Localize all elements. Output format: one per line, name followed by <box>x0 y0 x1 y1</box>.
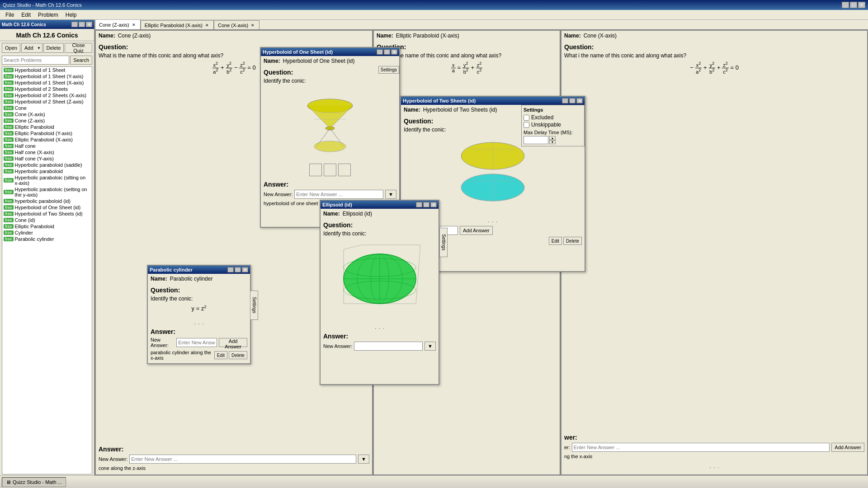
parabolic-add-btn[interactable]: Add Answer <box>219 338 247 347</box>
problem-list-item[interactable]: freeElliptic Paraboloid (X-axis) <box>2 136 92 143</box>
problem-list-item[interactable]: freeElliptic Paraboloid <box>2 223 92 230</box>
menu-help[interactable]: Help <box>62 11 80 19</box>
maximize-btn[interactable]: □ <box>850 2 857 8</box>
menu-problem[interactable]: Problem <box>34 11 62 19</box>
problem-label: Cone (id) <box>15 217 35 223</box>
parabolic-edit-btn[interactable]: Edit <box>214 351 227 359</box>
add-dropdown-btn[interactable]: ▼ <box>36 43 42 53</box>
close-btn[interactable]: ✕ <box>858 2 865 8</box>
excluded-checkbox[interactable] <box>524 115 529 121</box>
hyperboloid-two-btns: _ □ ✕ <box>562 98 583 103</box>
cone-z-new-answer-input[interactable] <box>129 455 356 464</box>
problem-list-item[interactable]: freeHalf cone (X-axis) <box>2 149 92 155</box>
search-button[interactable]: Search <box>70 56 92 65</box>
icon-3[interactable] <box>338 164 351 176</box>
minimize-btn[interactable]: _ <box>842 2 849 8</box>
parabolic-delete-btn[interactable]: Delete <box>229 351 247 359</box>
panel-maximize-btn[interactable]: □ <box>79 22 85 27</box>
delete-button[interactable]: Delete <box>43 43 64 53</box>
hyperboloid-two-close[interactable]: ✕ <box>576 98 583 103</box>
problem-list-item[interactable]: freeHyperboloid of 1 Sheet (X-axis) <box>2 80 92 86</box>
problem-list-item[interactable]: freeCone (X-axis) <box>2 111 92 117</box>
tab-elliptic-paraboloid-x[interactable]: Elliptic Paraboloid (X-axis) ✕ <box>141 20 214 29</box>
problem-list-item[interactable]: freeHyperbolic paraboloic (setting on th… <box>2 186 92 198</box>
tab-close-cone-x[interactable]: ✕ <box>250 23 255 28</box>
ellipsoid-minimize[interactable]: _ <box>416 202 422 207</box>
hyperboloid-one-minimize[interactable]: _ <box>377 49 383 55</box>
panel-titlebar-label: Math Ch 12.6 Conics <box>2 22 46 27</box>
close-quiz-button[interactable]: Close Quiz <box>65 43 92 53</box>
free-badge: free <box>4 93 14 98</box>
parabolic-settings-tab[interactable]: Settings <box>250 291 258 320</box>
hyperboloid-one-settings-tab[interactable]: Settings <box>378 66 399 74</box>
free-badge: free <box>4 87 14 91</box>
problem-list-item[interactable]: freeHyperboloid of 1 Sheet <box>2 67 92 73</box>
problem-list-item[interactable]: freeCylinder <box>2 230 92 236</box>
hyperboloid-one-close[interactable]: ✕ <box>391 49 397 55</box>
cone-z-add-answer-btn[interactable]: ▼ <box>358 455 369 464</box>
search-row: Search <box>0 55 94 66</box>
tab-close-cone-z[interactable]: ✕ <box>131 23 137 27</box>
problem-list-item[interactable]: freeHyperboloid of 2 Sheets <box>2 86 92 92</box>
parabolic-new-answer-input[interactable] <box>176 338 217 347</box>
problem-list-item[interactable]: freehyperbolic paraboloid (id) <box>2 198 92 204</box>
problem-list-item[interactable]: freeHyperboloid of One Sheet (id) <box>2 204 92 211</box>
hyperboloid-two-add-btn[interactable]: Add Answer <box>460 226 493 235</box>
problem-list-item[interactable]: freeHalf cone (Y-axis) <box>2 155 92 162</box>
problem-list-item[interactable]: freeHalf cone <box>2 143 92 149</box>
unskippable-checkbox[interactable] <box>524 122 529 128</box>
add-button[interactable]: Add <box>21 43 36 53</box>
ellipsoid-settings-tab[interactable]: Settings <box>439 228 448 257</box>
problem-label: Hyperbolic paraboloic (setting on the y-… <box>15 187 90 197</box>
hyperboloid-one-add-btn[interactable]: ▼ <box>385 190 396 199</box>
problem-list-item[interactable]: freeHyperboloid of 2 Sheet (Z-axis) <box>2 99 92 105</box>
icon-1[interactable] <box>309 164 322 176</box>
hyperboloid-two-maximize[interactable]: □ <box>569 98 576 103</box>
panel-minimize-btn[interactable]: _ <box>71 22 78 27</box>
parabolic-maximize[interactable]: □ <box>235 267 241 272</box>
quiz-panel-title: Math Ch 12.6 Conics <box>0 29 94 41</box>
problem-list-item[interactable]: freeHyperboloid of 1 Sheet (Y-axis) <box>2 73 92 80</box>
problem-list-item[interactable]: freeHyperbolic paraboloic (sitting on x-… <box>2 174 92 186</box>
problem-list-item[interactable]: freeElliptic Paraboloid (Y-axis) <box>2 130 92 136</box>
ellipsoid-maximize[interactable]: □ <box>423 202 429 207</box>
cone-x-new-answer-input[interactable] <box>572 443 830 452</box>
ellipsoid-name-row: Name: Ellipsoid (id) <box>321 209 439 219</box>
panel-close-btn[interactable]: ✕ <box>86 22 92 27</box>
menu-edit[interactable]: Edit <box>18 11 34 19</box>
cone-x-add-answer-btn[interactable]: Add Answer <box>831 443 864 452</box>
open-button[interactable]: Open <box>2 43 20 53</box>
tab-close-elliptic-x[interactable]: ✕ <box>204 23 210 28</box>
title-bar: Quizz Studio - Math Ch 12.6 Conics _ □ ✕ <box>0 0 868 10</box>
hyperboloid-two-edit-btn[interactable]: Edit <box>549 237 562 245</box>
parabolic-minimize[interactable]: _ <box>227 267 234 272</box>
problem-list-item[interactable]: freeHyperbolic paraboloid <box>2 168 92 174</box>
problem-list-item[interactable]: freeCone (Z-axis) <box>2 117 92 124</box>
menu-file[interactable]: File <box>2 11 18 19</box>
hyperboloid-two-minimize[interactable]: _ <box>562 98 568 103</box>
problem-list-item[interactable]: freeHyperboloid of 2 Sheets (X-axis) <box>2 92 92 99</box>
delay-down-btn[interactable]: ▼ <box>549 140 556 144</box>
ellipsoid-new-answer-input[interactable] <box>354 342 423 351</box>
search-input[interactable] <box>2 56 69 65</box>
hyperboloid-one-content: Question: Identify the conic: <box>261 66 399 179</box>
problem-list-item[interactable]: freeCone (id) <box>2 217 92 223</box>
ellipsoid-add-btn[interactable]: ▼ <box>425 342 436 351</box>
problem-list-item[interactable]: freeHyperbolic paraboloid (saddle) <box>2 162 92 168</box>
problem-list-item[interactable]: freeElliptic Paraboloid <box>2 124 92 130</box>
delay-up-btn[interactable]: ▲ <box>549 136 556 140</box>
problem-list-item[interactable]: freeHyperboloid of Two Sheets (id) <box>2 211 92 217</box>
taskbar-app-item[interactable]: 🖥 Quizz Studio - Math ... <box>2 477 66 487</box>
tab-cone-z-axis[interactable]: Cone (Z-axis) ✕ <box>95 20 141 29</box>
icon-2[interactable] <box>324 164 336 176</box>
ellipsoid-close[interactable]: ✕ <box>430 202 437 207</box>
problem-list-item[interactable]: freeCone <box>2 105 92 111</box>
hyperboloid-one-new-answer-input[interactable] <box>294 190 383 199</box>
elliptic-x-content: Question: What is the name of this conic… <box>374 41 560 80</box>
hyperboloid-two-delete-btn[interactable]: Delete <box>563 237 582 245</box>
max-delay-input[interactable]: 7352 <box>524 136 548 144</box>
hyperboloid-one-maximize[interactable]: □ <box>384 49 390 55</box>
tab-cone-x-axis[interactable]: Cone (X-axis) ✕ <box>214 20 259 29</box>
parabolic-close[interactable]: ✕ <box>242 267 248 272</box>
problem-list-item[interactable]: freeParabolic cylinder <box>2 236 92 242</box>
